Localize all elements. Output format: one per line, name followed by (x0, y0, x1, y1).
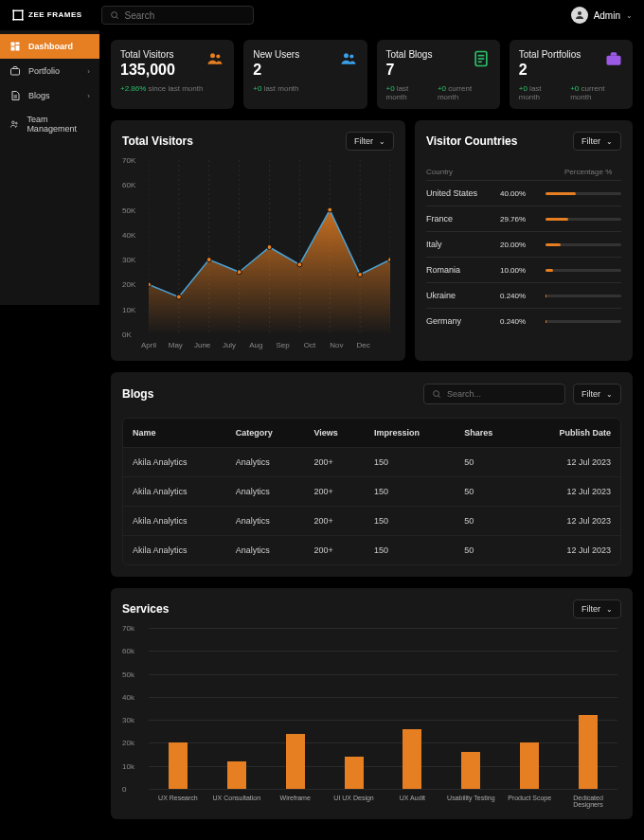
visitors-area-chart: 0K10K20K30K40K50K60K70KAprilMayJuneJulyA… (122, 160, 394, 349)
card-title: Total Visitors (122, 134, 193, 148)
y-tick: 50k (122, 670, 134, 678)
cell-impression: 150 (365, 477, 455, 507)
bar (345, 757, 364, 789)
y-tick: 60k (122, 647, 134, 655)
sidebar-item-team[interactable]: Team Management (0, 108, 99, 140)
svg-line-45 (438, 396, 440, 398)
blogs-search[interactable] (423, 384, 565, 404)
y-tick: 30k (122, 716, 134, 724)
col-header: Publish Date (521, 419, 620, 448)
bar (402, 729, 421, 789)
table-row[interactable]: Akila AnalyticsAnalytics200+1505012 Jul … (123, 448, 620, 477)
table-row[interactable]: Akila AnalyticsAnalytics200+1505012 Jul … (123, 536, 620, 565)
blogs-table: NameCategoryViewsImpressionSharesPublish… (123, 419, 620, 564)
y-tick: 40K (122, 230, 135, 239)
cell-name: Akila Analytics (123, 507, 226, 536)
country-name: France (426, 214, 492, 223)
logo-icon (11, 9, 25, 22)
svg-rect-0 (13, 10, 22, 19)
sidebar-item-label: Portfolio (28, 66, 60, 76)
svg-line-6 (116, 17, 117, 19)
admin-menu[interactable]: Admin ⌄ (571, 7, 633, 24)
document-icon (472, 49, 491, 68)
card-title: Visitor Countries (426, 134, 517, 148)
cell-date: 12 Jul 2023 (521, 536, 620, 565)
global-search-input[interactable] (125, 10, 245, 21)
bar (169, 742, 188, 789)
chevron-right-icon: › (87, 67, 90, 76)
cell-views: 200+ (304, 477, 365, 507)
admin-label: Admin (594, 10, 620, 21)
country-pct: 10.00% (500, 266, 538, 275)
sidebar-item-blogs[interactable]: Blogs › (0, 83, 99, 108)
filter-button[interactable]: Filter⌄ (346, 132, 394, 151)
table-row[interactable]: Akila AnalyticsAnalytics200+1505012 Jul … (123, 477, 620, 507)
sidebar-item-dashboard[interactable]: Dashboard (0, 34, 99, 59)
bar (461, 752, 480, 789)
table-row[interactable]: Akila AnalyticsAnalytics200+1505012 Jul … (123, 507, 620, 536)
cell-category: Analytics (226, 477, 305, 507)
visitors-chart-card: Total Visitors Filter⌄ 0K10K20K30K40K50K… (111, 120, 405, 361)
country-row: United States40.00% (426, 180, 621, 206)
svg-point-19 (344, 53, 349, 58)
country-name: Romania (426, 265, 492, 275)
card-title: Services (122, 602, 169, 616)
cell-shares: 50 (455, 507, 521, 536)
col-header: Shares (455, 419, 521, 448)
sidebar-item-portfolio[interactable]: Portfolio › (0, 59, 99, 83)
country-row: Romania10.00% (426, 257, 621, 282)
filter-button[interactable]: Filter⌄ (573, 599, 621, 618)
col-header: Impression (365, 419, 455, 448)
services-bar-chart: UX ResearchUX ConsultationWireframeUI UX… (122, 628, 621, 808)
stat-sub: +0 last month (253, 84, 357, 93)
svg-point-17 (210, 53, 215, 58)
cell-views: 200+ (304, 536, 365, 565)
y-tick: 30K (122, 256, 135, 264)
sidebar-item-label: Blogs (28, 91, 50, 100)
svg-point-37 (206, 258, 211, 262)
x-tick: Wireframe (266, 795, 325, 808)
filter-button[interactable]: Filter⌄ (573, 384, 621, 404)
svg-point-16 (15, 122, 17, 124)
country-bar (546, 269, 621, 272)
y-tick: 10K (122, 305, 135, 313)
dashboard-icon (9, 41, 21, 52)
filter-button[interactable]: Filter⌄ (573, 132, 621, 151)
cell-name: Akila Analytics (123, 536, 226, 565)
chevron-down-icon: ⌄ (606, 137, 613, 146)
chevron-down-icon: ⌄ (606, 390, 613, 399)
stat-sub: +2.86% since last month (120, 84, 224, 93)
cell-name: Akila Analytics (123, 477, 226, 507)
stat-sub: +0 last month +0 current month (519, 84, 623, 101)
blogs-icon (9, 90, 21, 101)
cell-date: 12 Jul 2023 (521, 507, 620, 536)
svg-point-18 (217, 54, 221, 58)
bar (227, 761, 246, 789)
svg-point-41 (328, 207, 332, 212)
cell-views: 200+ (304, 448, 365, 477)
cell-category: Analytics (226, 536, 305, 565)
global-search[interactable] (101, 6, 254, 25)
main-content: Total Visitors 135,000 +2.86% since last… (99, 30, 644, 838)
svg-rect-9 (16, 43, 20, 45)
svg-rect-12 (11, 69, 20, 76)
cell-category: Analytics (226, 507, 305, 536)
country-row: Germany0.240% (426, 308, 621, 333)
x-tick: UI UX Design (325, 795, 384, 808)
cell-date: 12 Jul 2023 (521, 448, 620, 477)
col-header: Views (304, 419, 365, 448)
x-tick: Usability Testing (441, 795, 500, 808)
x-tick: Dedicated Designers (559, 795, 617, 808)
blogs-search-input[interactable] (447, 389, 557, 399)
stat-total-portfolios: Total Portfolios 2 +0 last month +0 curr… (510, 40, 633, 109)
y-tick: 20K (122, 280, 135, 289)
users-icon (206, 49, 224, 68)
svg-rect-25 (607, 56, 621, 65)
search-icon (110, 10, 119, 20)
svg-point-44 (434, 391, 439, 397)
stat-sub: +0 last month +0 current month (386, 84, 491, 101)
x-tick: Aug (242, 341, 269, 349)
cell-name: Akila Analytics (123, 448, 226, 477)
y-tick: 60K (122, 181, 135, 189)
country-bar (546, 243, 621, 246)
